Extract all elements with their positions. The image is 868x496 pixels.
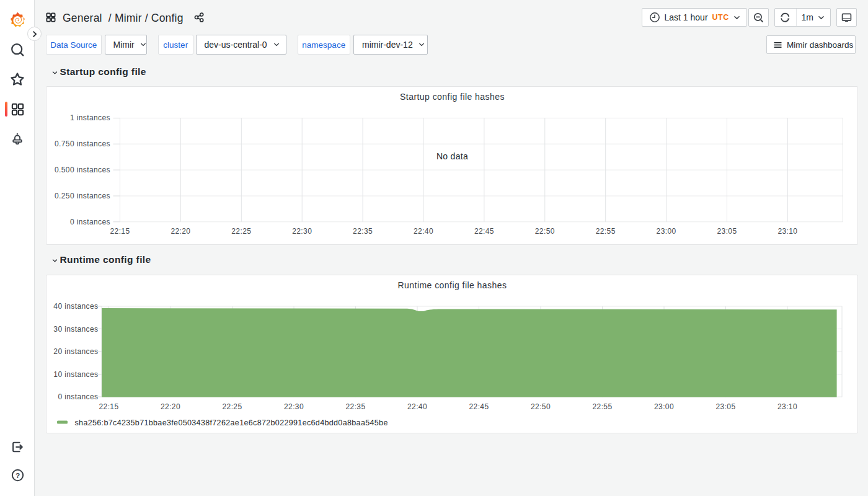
svg-text:22:50: 22:50 [535,227,555,236]
svg-text:22:55: 22:55 [592,402,612,411]
svg-text:1 instances: 1 instances [70,113,110,122]
svg-text:30 instances: 30 instances [53,325,98,334]
svg-text:22:30: 22:30 [284,402,304,411]
svg-text:23:05: 23:05 [717,227,737,236]
svg-text:22:15: 22:15 [99,402,118,411]
svg-text:22:25: 22:25 [231,227,251,236]
svg-text:0 instances: 0 instances [70,218,110,226]
svg-text:22:25: 22:25 [222,402,242,411]
svg-text:20 instances: 20 instances [53,347,98,356]
svg-text:22:45: 22:45 [474,227,494,236]
svg-text:22:35: 22:35 [353,227,373,236]
svg-text:sha256:b7c4235b71bbae3fe050343: sha256:b7c4235b71bbae3fe0503438f7262ae1e… [75,418,388,427]
svg-text:22:20: 22:20 [161,402,180,411]
svg-text:22:20: 22:20 [170,227,190,236]
svg-text:22:50: 22:50 [531,402,551,411]
svg-text:40 instances: 40 instances [53,302,98,311]
svg-text:23:05: 23:05 [715,402,735,411]
svg-text:Startup config file hashes: Startup config file hashes [400,92,505,102]
svg-text:23:10: 23:10 [777,402,797,411]
svg-text:10 instances: 10 instances [53,370,98,379]
svg-text:0.250 instances: 0.250 instances [55,192,110,200]
svg-text:22:40: 22:40 [407,402,427,411]
svg-text:0.500 instances: 0.500 instances [55,166,110,174]
svg-text:22:40: 22:40 [414,227,433,236]
svg-text:22:45: 22:45 [469,402,489,411]
svg-text:0.750 instances: 0.750 instances [55,140,110,148]
svg-text:23:00: 23:00 [657,227,676,236]
svg-text:23:10: 23:10 [777,227,797,236]
svg-text:22:15: 22:15 [110,227,130,236]
svg-text:0 instances: 0 instances [58,392,98,401]
svg-text:22:35: 22:35 [345,402,365,411]
svg-text:?: ? [16,471,20,480]
svg-text:Runtime config file hashes: Runtime config file hashes [398,280,507,290]
svg-text:22:30: 22:30 [292,227,312,236]
svg-text:23:00: 23:00 [654,402,674,411]
svg-text:22:55: 22:55 [596,227,616,236]
svg-text:No data: No data [436,151,468,161]
